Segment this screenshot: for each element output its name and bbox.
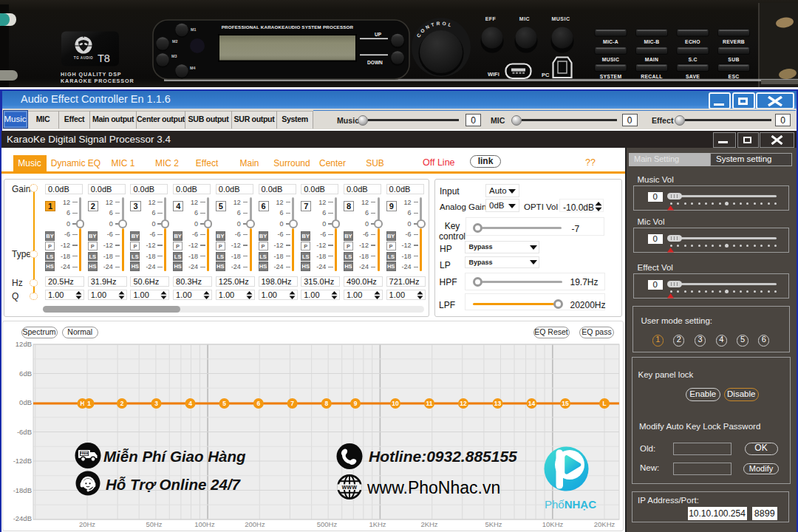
svg-text:11: 11 — [426, 400, 433, 407]
svg-text:S.C: S.C — [688, 57, 697, 62]
svg-text:M3: M3 — [171, 54, 177, 58]
svg-text:SUB: SUB — [728, 57, 739, 62]
svg-text:12dB: 12dB — [16, 340, 32, 348]
svg-text:10KHz: 10KHz — [542, 520, 564, 528]
svg-text:UP: UP — [375, 32, 382, 37]
svg-text:TG AUDIO: TG AUDIO — [74, 56, 93, 60]
svg-text:Miễn Phí Giao Hàng: Miễn Phí Giao Hàng — [103, 448, 246, 465]
svg-text:REVERB: REVERB — [723, 39, 745, 44]
svg-text:9: 9 — [354, 400, 358, 407]
svg-text:50Hz: 50Hz — [146, 520, 162, 528]
svg-text:ESC: ESC — [729, 74, 740, 79]
svg-text:www.PhoNhac.vn: www.PhoNhac.vn — [366, 478, 500, 497]
svg-text:M4: M4 — [190, 66, 196, 70]
svg-text:MAIN: MAIN — [645, 57, 659, 62]
svg-text:6dB: 6dB — [19, 369, 32, 378]
svg-text:PROFESSIONAL KARAOKEAUDIO SYST: PROFESSIONAL KARAOKEAUDIO SYSTEM PROCESS… — [222, 24, 354, 30]
svg-text:20KHz: 20KHz — [594, 520, 615, 528]
svg-text:500Hz: 500Hz — [317, 520, 338, 528]
svg-text:MIC: MIC — [519, 16, 530, 21]
svg-text:MUSIC: MUSIC — [602, 57, 619, 62]
svg-text:200Hz: 200Hz — [245, 520, 265, 528]
svg-text:KARAOKE PROCESSOR: KARAOKE PROCESSOR — [61, 78, 134, 84]
svg-text:MIC-A: MIC-A — [603, 39, 618, 44]
svg-text:PhốNHẠC: PhốNHẠC — [545, 498, 596, 511]
svg-text:4: 4 — [188, 400, 192, 407]
svg-text:-6dB: -6dB — [17, 428, 32, 436]
svg-text:ECHO: ECHO — [685, 39, 700, 44]
svg-text:7: 7 — [290, 400, 294, 407]
svg-text:10: 10 — [392, 400, 399, 407]
svg-text:13: 13 — [494, 400, 502, 407]
svg-text:FREE: FREE — [80, 451, 88, 455]
svg-text:100Hz: 100Hz — [194, 520, 215, 528]
svg-text:EFF: EFF — [485, 16, 497, 21]
svg-text:PC: PC — [542, 72, 550, 78]
svg-text:1: 1 — [87, 400, 91, 407]
svg-text:5KHz: 5KHz — [485, 520, 502, 528]
svg-text:L: L — [602, 400, 606, 407]
svg-text:DOWN: DOWN — [367, 60, 383, 65]
svg-text:-12dB: -12dB — [13, 457, 32, 465]
svg-text:15: 15 — [562, 400, 569, 407]
svg-text:MUSIC: MUSIC — [551, 16, 570, 21]
svg-text:www: www — [341, 484, 358, 491]
svg-text:T8: T8 — [98, 52, 110, 64]
svg-text:RECALL: RECALL — [641, 74, 662, 79]
svg-text:M1: M1 — [191, 27, 197, 32]
svg-text:Hotline:0932.885155: Hotline:0932.885155 — [369, 448, 517, 465]
svg-text:8: 8 — [324, 400, 328, 407]
svg-text:2KHz: 2KHz — [420, 520, 437, 528]
svg-text:14: 14 — [528, 400, 536, 407]
svg-text:3: 3 — [154, 400, 158, 407]
svg-text:HIGH QUALITY DSP: HIGH QUALITY DSP — [61, 71, 122, 78]
svg-text:Hỗ Trợ Online 24/7: Hỗ Trợ Online 24/7 — [106, 476, 242, 493]
svg-text:MIC-B: MIC-B — [644, 39, 659, 44]
svg-text:-18dB: -18dB — [13, 486, 32, 494]
svg-text:-24dB: -24dB — [13, 514, 32, 522]
svg-text:WiFi: WiFi — [488, 71, 499, 78]
svg-text:1KHz: 1KHz — [369, 520, 386, 528]
svg-text:SAVE: SAVE — [686, 74, 700, 79]
svg-text:0dB: 0dB — [19, 398, 32, 406]
svg-text:5: 5 — [222, 400, 226, 407]
svg-text:12: 12 — [460, 400, 467, 407]
svg-text:6: 6 — [256, 400, 260, 407]
svg-text:SYSTEM: SYSTEM — [600, 74, 622, 79]
svg-text:20Hz: 20Hz — [79, 520, 95, 528]
svg-text:2: 2 — [120, 400, 124, 407]
svg-text:M2: M2 — [172, 39, 178, 44]
